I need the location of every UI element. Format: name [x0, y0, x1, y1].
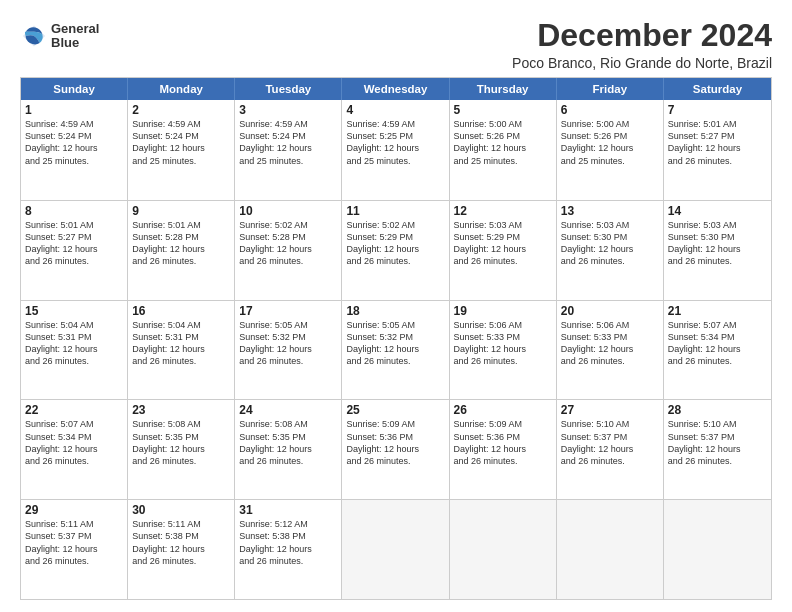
cell-info-line: and 25 minutes.	[25, 155, 123, 167]
cal-cell: 25Sunrise: 5:09 AMSunset: 5:36 PMDayligh…	[342, 400, 449, 499]
calendar-header: SundayMondayTuesdayWednesdayThursdayFrid…	[21, 78, 771, 100]
main-title: December 2024	[512, 18, 772, 53]
cell-info-line: Daylight: 12 hours	[346, 142, 444, 154]
cell-info-line: and 26 minutes.	[132, 355, 230, 367]
day-number: 31	[239, 503, 337, 517]
day-number: 22	[25, 403, 123, 417]
cell-info-line: Sunset: 5:34 PM	[25, 431, 123, 443]
logo-text: General Blue	[51, 22, 99, 51]
cell-info-line: and 25 minutes.	[132, 155, 230, 167]
week-4: 22Sunrise: 5:07 AMSunset: 5:34 PMDayligh…	[21, 399, 771, 499]
cell-info-line: Sunrise: 5:02 AM	[239, 219, 337, 231]
cal-cell: 14Sunrise: 5:03 AMSunset: 5:30 PMDayligh…	[664, 201, 771, 300]
week-1: 1Sunrise: 4:59 AMSunset: 5:24 PMDaylight…	[21, 100, 771, 200]
subtitle: Poco Branco, Rio Grande do Norte, Brazil	[512, 55, 772, 71]
day-number: 20	[561, 304, 659, 318]
cell-info-line: Sunrise: 5:05 AM	[239, 319, 337, 331]
day-number: 10	[239, 204, 337, 218]
cell-info-line: and 26 minutes.	[239, 355, 337, 367]
day-number: 1	[25, 103, 123, 117]
cell-info-line: Sunrise: 5:11 AM	[132, 518, 230, 530]
day-number: 25	[346, 403, 444, 417]
day-number: 28	[668, 403, 767, 417]
cell-info-line: Daylight: 12 hours	[668, 243, 767, 255]
cal-cell: 7Sunrise: 5:01 AMSunset: 5:27 PMDaylight…	[664, 100, 771, 200]
header-day-friday: Friday	[557, 78, 664, 100]
cell-info-line: and 26 minutes.	[132, 455, 230, 467]
cell-info-line: Daylight: 12 hours	[561, 343, 659, 355]
cell-info-line: Sunset: 5:26 PM	[454, 130, 552, 142]
cell-info-line: and 25 minutes.	[561, 155, 659, 167]
cell-info-line: Sunrise: 5:10 AM	[668, 418, 767, 430]
cal-cell: 21Sunrise: 5:07 AMSunset: 5:34 PMDayligh…	[664, 301, 771, 400]
cell-info-line: Daylight: 12 hours	[561, 443, 659, 455]
cell-info-line: Sunset: 5:35 PM	[132, 431, 230, 443]
cell-info-line: Daylight: 12 hours	[132, 343, 230, 355]
cell-info-line: Sunrise: 4:59 AM	[25, 118, 123, 130]
cell-info-line: and 26 minutes.	[346, 455, 444, 467]
cell-info-line: and 26 minutes.	[668, 255, 767, 267]
cell-info-line: Sunrise: 5:01 AM	[668, 118, 767, 130]
day-number: 30	[132, 503, 230, 517]
cell-info-line: Sunset: 5:35 PM	[239, 431, 337, 443]
cell-info-line: Sunset: 5:34 PM	[668, 331, 767, 343]
cell-info-line: and 25 minutes.	[346, 155, 444, 167]
day-number: 12	[454, 204, 552, 218]
cell-info-line: Sunset: 5:36 PM	[454, 431, 552, 443]
cell-info-line: Daylight: 12 hours	[25, 142, 123, 154]
cal-cell	[450, 500, 557, 599]
cell-info-line: Sunset: 5:24 PM	[132, 130, 230, 142]
day-number: 14	[668, 204, 767, 218]
cell-info-line: Sunset: 5:28 PM	[132, 231, 230, 243]
cell-info-line: and 26 minutes.	[239, 455, 337, 467]
cell-info-line: Sunrise: 5:05 AM	[346, 319, 444, 331]
cell-info-line: Sunrise: 5:03 AM	[561, 219, 659, 231]
cell-info-line: Sunset: 5:26 PM	[561, 130, 659, 142]
cell-info-line: Sunset: 5:37 PM	[25, 530, 123, 542]
cell-info-line: Sunset: 5:30 PM	[668, 231, 767, 243]
cell-info-line: Sunset: 5:27 PM	[25, 231, 123, 243]
cell-info-line: and 26 minutes.	[25, 455, 123, 467]
cal-cell: 13Sunrise: 5:03 AMSunset: 5:30 PMDayligh…	[557, 201, 664, 300]
day-number: 13	[561, 204, 659, 218]
cal-cell	[557, 500, 664, 599]
cell-info-line: Daylight: 12 hours	[668, 443, 767, 455]
cal-cell: 28Sunrise: 5:10 AMSunset: 5:37 PMDayligh…	[664, 400, 771, 499]
cell-info-line: and 25 minutes.	[454, 155, 552, 167]
cell-info-line: Sunset: 5:36 PM	[346, 431, 444, 443]
week-3: 15Sunrise: 5:04 AMSunset: 5:31 PMDayligh…	[21, 300, 771, 400]
cell-info-line: and 26 minutes.	[25, 255, 123, 267]
cell-info-line: Daylight: 12 hours	[668, 343, 767, 355]
cal-cell: 23Sunrise: 5:08 AMSunset: 5:35 PMDayligh…	[128, 400, 235, 499]
page: General Blue December 2024 Poco Branco, …	[0, 0, 792, 612]
cell-info-line: Daylight: 12 hours	[346, 443, 444, 455]
day-number: 6	[561, 103, 659, 117]
cell-info-line: Sunset: 5:29 PM	[346, 231, 444, 243]
cal-cell: 4Sunrise: 4:59 AMSunset: 5:25 PMDaylight…	[342, 100, 449, 200]
cell-info-line: and 26 minutes.	[561, 355, 659, 367]
cal-cell: 16Sunrise: 5:04 AMSunset: 5:31 PMDayligh…	[128, 301, 235, 400]
day-number: 16	[132, 304, 230, 318]
day-number: 19	[454, 304, 552, 318]
cal-cell: 17Sunrise: 5:05 AMSunset: 5:32 PMDayligh…	[235, 301, 342, 400]
cell-info-line: Sunset: 5:24 PM	[239, 130, 337, 142]
cal-cell: 26Sunrise: 5:09 AMSunset: 5:36 PMDayligh…	[450, 400, 557, 499]
cell-info-line: Sunrise: 4:59 AM	[346, 118, 444, 130]
cell-info-line: Sunrise: 5:03 AM	[454, 219, 552, 231]
cal-cell: 3Sunrise: 4:59 AMSunset: 5:24 PMDaylight…	[235, 100, 342, 200]
cell-info-line: Sunset: 5:33 PM	[561, 331, 659, 343]
cell-info-line: Daylight: 12 hours	[132, 543, 230, 555]
cal-cell: 12Sunrise: 5:03 AMSunset: 5:29 PMDayligh…	[450, 201, 557, 300]
cell-info-line: Daylight: 12 hours	[25, 343, 123, 355]
cell-info-line: Sunrise: 5:04 AM	[25, 319, 123, 331]
cell-info-line: Sunset: 5:38 PM	[239, 530, 337, 542]
cell-info-line: Daylight: 12 hours	[454, 142, 552, 154]
cell-info-line: Daylight: 12 hours	[346, 343, 444, 355]
header-day-tuesday: Tuesday	[235, 78, 342, 100]
day-number: 26	[454, 403, 552, 417]
cal-cell: 2Sunrise: 4:59 AMSunset: 5:24 PMDaylight…	[128, 100, 235, 200]
cell-info-line: and 26 minutes.	[132, 555, 230, 567]
header: General Blue December 2024 Poco Branco, …	[20, 18, 772, 71]
cal-cell: 24Sunrise: 5:08 AMSunset: 5:35 PMDayligh…	[235, 400, 342, 499]
cell-info-line: Sunrise: 5:12 AM	[239, 518, 337, 530]
